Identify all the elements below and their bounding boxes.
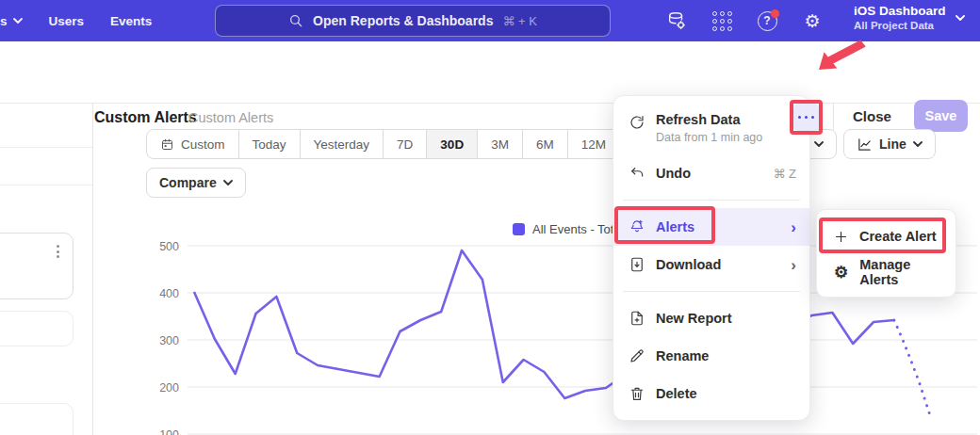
project-switcher[interactable]: iOS Dashboard All Project Data <box>854 4 965 31</box>
svg-text:100: 100 <box>159 428 179 435</box>
svg-text:300: 300 <box>159 334 179 347</box>
search-placeholder: Open Reports & Dashboards <box>313 13 493 28</box>
menu-item-alerts[interactable]: Alerts › <box>613 208 809 246</box>
refresh-icon <box>629 114 645 131</box>
page-title: Custom Alerts <box>94 109 197 126</box>
search-icon <box>288 13 303 28</box>
sidebar-row[interactable] <box>0 104 92 148</box>
date-range-segmented-control: Custom Today Yesterday 7D 30D 3M 6M 12M <box>146 129 620 159</box>
calendar-icon <box>160 137 174 152</box>
pencil-icon <box>629 347 645 364</box>
compare-button[interactable]: Compare <box>146 168 246 198</box>
chevron-down-icon <box>814 141 824 147</box>
search-input[interactable]: Open Reports & Dashboards ⌘ + K <box>215 5 611 37</box>
sidebar-card[interactable] <box>0 311 74 346</box>
help-icon[interactable]: ? <box>756 9 778 32</box>
date-range-3m[interactable]: 3M <box>477 130 522 158</box>
notification-dot <box>771 9 779 18</box>
context-menu: Refresh Data Data from 1 min ago Undo ⌘ … <box>612 95 810 421</box>
date-range-30d-selected[interactable]: 30D <box>426 130 477 158</box>
page-header: Custom Alerts Custom Alerts GV Duplicate… <box>0 41 980 104</box>
menu-item-rename[interactable]: Rename <box>613 337 809 375</box>
file-plus-icon <box>629 310 645 327</box>
project-subtitle: All Project Data <box>854 20 946 31</box>
gear-icon: ⚙ <box>834 265 848 281</box>
more-ellipsis-button[interactable] <box>793 104 819 131</box>
apps-grid-icon[interactable] <box>710 9 733 32</box>
date-range-yesterday[interactable]: Yesterday <box>300 130 384 158</box>
nav-item-partial[interactable]: s <box>0 14 23 28</box>
nav-item-users[interactable]: Users <box>49 14 85 28</box>
top-navbar: s Users Events Open Reports & Dashboards… <box>0 0 980 41</box>
date-range-7d[interactable]: 7D <box>383 130 426 158</box>
close-button[interactable]: Close <box>853 108 891 124</box>
nav-item-events[interactable]: Events <box>110 14 152 28</box>
submenu-arrow-icon: › <box>791 257 796 273</box>
chevron-down-icon <box>956 15 965 21</box>
sidebar-row[interactable] <box>0 148 92 185</box>
submenu-item-create-alert[interactable]: Create Alert <box>817 218 956 254</box>
undo-shortcut: ⌘ Z <box>773 167 796 181</box>
svg-text:500: 500 <box>159 240 179 253</box>
undo-icon <box>629 165 645 182</box>
header-divider <box>833 104 834 130</box>
database-gear-icon[interactable] <box>665 9 688 32</box>
menu-item-new-report[interactable]: New Report <box>613 299 809 337</box>
svg-text:400: 400 <box>159 287 179 300</box>
search-shortcut: ⌘ + K <box>502 14 537 28</box>
menu-item-download[interactable]: Download › <box>613 246 809 283</box>
chart-legend[interactable]: All Events - Total <box>513 222 624 236</box>
bell-plus-icon <box>629 218 645 235</box>
legend-swatch <box>513 223 525 235</box>
menu-item-refresh-data[interactable]: Refresh Data Data from 1 min ago <box>613 104 809 154</box>
chevron-down-icon <box>13 18 23 24</box>
submenu-arrow-icon: › <box>791 219 796 235</box>
submenu-item-manage-alerts[interactable]: ⚙ Manage Alerts <box>817 254 956 290</box>
sidebar-card[interactable] <box>0 233 74 299</box>
menu-item-delete[interactable]: Delete <box>613 375 809 412</box>
menu-divider <box>623 291 800 292</box>
file-download-icon <box>629 256 645 273</box>
line-chart-icon <box>857 137 873 153</box>
project-title: iOS Dashboard <box>854 4 946 18</box>
chevron-down-icon <box>223 180 233 185</box>
chart-type-button[interactable]: Line <box>843 129 936 159</box>
left-sidebar <box>0 104 93 435</box>
breadcrumb: Custom Alerts <box>188 110 273 125</box>
trash-icon <box>629 385 645 402</box>
chevron-down-icon <box>913 141 923 147</box>
date-range-6m[interactable]: 6M <box>522 130 567 158</box>
save-button[interactable]: Save <box>914 100 968 132</box>
sidebar-card[interactable] <box>0 403 74 435</box>
menu-divider <box>623 200 800 201</box>
plus-icon <box>834 230 848 244</box>
app-window: s Users Events Open Reports & Dashboards… <box>0 0 980 435</box>
annotation-box-more <box>790 100 823 135</box>
legend-label: All Events - Total <box>532 222 624 236</box>
gear-icon[interactable]: ⚙ <box>801 9 824 32</box>
alerts-submenu: Create Alert ⚙ Manage Alerts <box>816 209 956 298</box>
date-range-custom[interactable]: Custom <box>147 130 238 158</box>
menu-item-undo[interactable]: Undo ⌘ Z <box>613 154 809 192</box>
date-range-12m[interactable]: 12M <box>567 130 619 158</box>
svg-text:200: 200 <box>159 381 179 395</box>
kebab-menu-icon[interactable] <box>57 245 59 258</box>
nav-partial-label: s <box>0 14 8 28</box>
refresh-status: Data from 1 min ago <box>656 131 796 144</box>
date-range-today[interactable]: Today <box>238 130 300 158</box>
